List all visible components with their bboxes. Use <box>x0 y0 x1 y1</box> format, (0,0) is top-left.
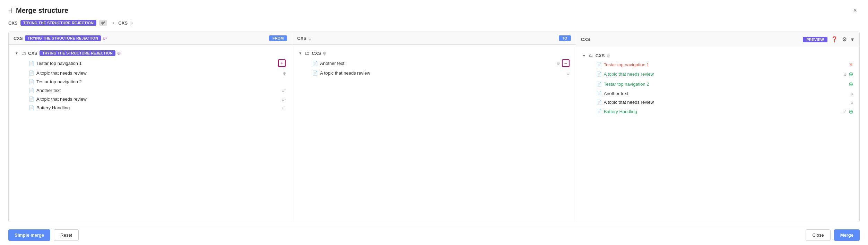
from-item-4-label: Another text <box>36 88 279 93</box>
from-panel: CXS TRYING THE STRUCTURE REJECTION ψ¹ FR… <box>9 32 292 222</box>
to-item-2: 📄 A topic that needs review ψ <box>297 69 571 77</box>
preview-panel-actions: PREVIEW ❓ ⚙ ▾ <box>803 35 854 43</box>
from-item-1-label: Testar top navigation 1 <box>36 61 276 66</box>
from-panel-badge-purple: TRYING THE STRUCTURE REJECTION <box>25 35 101 41</box>
preview-root-chevron[interactable]: ▼ <box>582 54 587 58</box>
to-panel-cxs-label: CXS <box>297 36 306 41</box>
merge-icon: ⑁ <box>8 7 12 15</box>
from-panel-version: ψ¹ <box>103 36 107 40</box>
from-panel-header: CXS TRYING THE STRUCTURE REJECTION ψ¹ FR… <box>9 32 292 45</box>
breadcrumb-arrow: → <box>110 20 115 26</box>
to-item-2-icon: 📄 <box>312 70 318 76</box>
to-root-chevron[interactable]: ▼ <box>298 51 303 55</box>
to-root-cxs: CXS <box>312 51 321 56</box>
to-item-2-label: A topic that needs review <box>320 70 564 76</box>
breadcrumb-source-badge: TRYING THE STRUCTURE REJECTION <box>20 20 96 26</box>
to-item-1-label: Another text <box>320 61 555 66</box>
panels-container: CXS TRYING THE STRUCTURE REJECTION ψ¹ FR… <box>8 32 860 222</box>
preview-panel: CXS PREVIEW ❓ ⚙ ▾ ▼ 🗂 CXS ψ <box>576 32 859 222</box>
merge-button[interactable]: Merge <box>834 229 860 241</box>
help-button[interactable]: ❓ <box>830 35 839 43</box>
preview-panel-header: CXS PREVIEW ❓ ⚙ ▾ <box>576 32 859 47</box>
close-icon-button[interactable]: × <box>850 6 860 16</box>
from-item-4: 📄 Another text ψ⁵ <box>14 86 287 94</box>
modal-header: ⑁ Merge structure × <box>8 6 860 16</box>
from-tree: ▼ 🗂 CXS TRYING THE STRUCTURE REJECTION ψ… <box>14 49 287 112</box>
reset-button[interactable]: Reset <box>54 229 79 241</box>
preview-item-2-label: A topic that needs review <box>604 71 842 77</box>
preview-item-6: 📄 Battery Handling ψ¹ ⊕ <box>581 107 854 116</box>
preview-item-2-plus[interactable]: ⊕ <box>849 71 853 77</box>
from-tree-root-row: ▼ 🗂 CXS TRYING THE STRUCTURE REJECTION ψ… <box>14 49 287 57</box>
preview-badge: PREVIEW <box>803 37 827 42</box>
preview-item-4-icon: 📄 <box>596 91 602 96</box>
preview-panel-header-left: CXS <box>581 37 801 42</box>
from-root-badge: TRYING THE STRUCTURE REJECTION <box>40 50 115 56</box>
settings-button[interactable]: ⚙ <box>841 35 848 43</box>
preview-root-version: ψ <box>607 53 610 58</box>
preview-item-2-icon: 📄 <box>596 71 602 77</box>
from-item-6-icon: 📄 <box>29 105 34 110</box>
breadcrumb: CXS TRYING THE STRUCTURE REJECTION ψ¹ → … <box>8 20 860 26</box>
preview-item-1: 📄 Testar top navigation 1 ✕ <box>581 60 854 69</box>
from-item-5-version: ψ¹ <box>282 97 286 101</box>
close-button[interactable]: Close <box>806 229 830 241</box>
to-item-1: 📄 Another text ψ − <box>297 58 571 68</box>
from-item-6-label: Battery Handling <box>36 105 280 110</box>
preview-tree-root-row: ▼ 🗂 CXS ψ <box>581 51 854 60</box>
preview-tree: ▼ 🗂 CXS ψ 📄 Testar top navigation 1 ✕ 📄 … <box>581 51 854 116</box>
preview-root-cxs: CXS <box>596 53 605 58</box>
modal-footer: Simple merge Reset Close Merge <box>8 225 860 245</box>
modal-title-area: ⑁ Merge structure <box>8 7 68 15</box>
preview-panel-cxs-label: CXS <box>581 37 590 42</box>
breadcrumb-source-prefix: CXS <box>8 20 18 26</box>
to-tree-root-row: ▼ 🗂 CXS ψ <box>297 49 571 57</box>
from-item-6: 📄 Battery Handling ψ¹ <box>14 104 287 112</box>
preview-root-folder-icon: 🗂 <box>589 53 593 58</box>
preview-item-1-x[interactable]: ✕ <box>849 62 853 67</box>
preview-item-5-label: A topic that needs review <box>604 100 848 105</box>
from-item-3: 📄 Testar top navigation 2 <box>14 78 287 86</box>
from-item-1-icon: 📄 <box>29 61 34 66</box>
merge-structure-modal: ⑁ Merge structure × CXS TRYING THE STRUC… <box>0 0 868 245</box>
to-panel-body: ▼ 🗂 CXS ψ 📄 Another text ψ − 📄 A t <box>292 45 575 222</box>
from-panel-body: ▼ 🗂 CXS TRYING THE STRUCTURE REJECTION ψ… <box>9 45 292 222</box>
to-panel-header: CXS ψ TO <box>292 32 575 45</box>
from-item-2-label: A topic that needs review <box>36 70 281 76</box>
to-item-1-remove-action[interactable]: − <box>562 59 570 67</box>
preview-item-3-plus[interactable]: ⊕ <box>849 81 853 87</box>
simple-merge-button[interactable]: Simple merge <box>8 229 50 241</box>
chevron-down-button[interactable]: ▾ <box>850 35 854 43</box>
to-panel: CXS ψ TO ▼ 🗂 CXS ψ 📄 <box>292 32 576 222</box>
from-item-4-version: ψ⁵ <box>281 88 286 93</box>
from-item-2-version: ψ <box>283 71 286 75</box>
to-tree: ▼ 🗂 CXS ψ 📄 Another text ψ − 📄 A t <box>297 49 571 77</box>
from-item-5-icon: 📄 <box>29 96 34 102</box>
breadcrumb-target-prefix: CXS <box>118 20 128 26</box>
from-item-5-label: A topic that needs review <box>36 96 280 102</box>
to-root-version: ψ <box>323 51 326 56</box>
breadcrumb-source-version: ψ¹ <box>99 20 107 26</box>
from-panel-header-left: CXS TRYING THE STRUCTURE REJECTION ψ¹ <box>14 35 267 41</box>
preview-item-3-icon: 📄 <box>596 82 602 87</box>
footer-right: Close Merge <box>806 229 860 241</box>
from-root-folder-icon: 🗂 <box>21 50 26 56</box>
preview-item-2-version: ψ <box>844 72 847 76</box>
preview-item-3: 📄 Testar top navigation 2 ⊕ <box>581 79 854 89</box>
preview-item-6-plus[interactable]: ⊕ <box>849 108 853 115</box>
from-item-1-add-action[interactable]: ＋ <box>278 59 286 67</box>
to-item-1-icon: 📄 <box>312 61 318 66</box>
from-root-chevron[interactable]: ▼ <box>15 51 19 55</box>
from-badge: FROM <box>269 35 287 41</box>
to-item-2-version: ψ <box>567 71 570 75</box>
preview-item-1-label: Testar top navigation 1 <box>604 62 847 67</box>
preview-item-5-version: ψ <box>850 100 853 104</box>
preview-item-4-label: Another text <box>604 91 848 96</box>
breadcrumb-target-version: ψ <box>130 20 133 25</box>
preview-item-3-label: Testar top navigation 2 <box>604 82 847 87</box>
preview-item-5: 📄 A topic that needs review ψ <box>581 98 854 106</box>
from-item-3-icon: 📄 <box>29 79 34 84</box>
to-item-1-version: ψ <box>557 61 560 65</box>
preview-item-1-icon: 📄 <box>596 62 602 67</box>
from-item-2: 📄 A topic that needs review ψ <box>14 69 287 77</box>
